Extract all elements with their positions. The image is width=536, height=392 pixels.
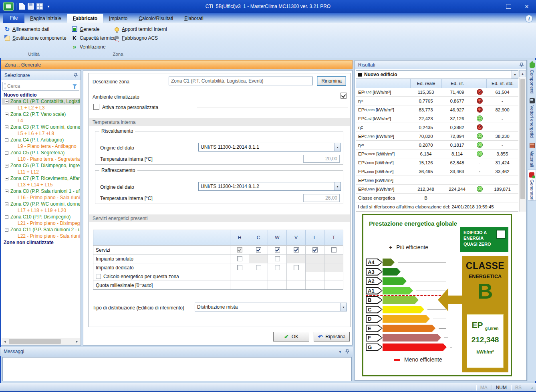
results-vertical-scrollbar[interactable] [519,78,526,212]
help-info-icon[interactable]: i [525,15,533,22]
descrizione-input[interactable]: Zona C1 (P.T. Contabilità, Logistica, Ev… [169,77,313,85]
tree-item[interactable]: L4 [2,117,80,124]
tree-item[interactable]: L13 + L14 + L15 [2,182,80,188]
temperatura-input[interactable]: 20,00 [303,155,340,163]
tree-item[interactable]: L11 + L12 [2,169,80,175]
tree-expander-icon[interactable] [5,100,8,103]
ambiente-checkbox[interactable] [341,93,347,99]
ribbon-item-apporti-termici[interactable]: Apporti termici interni [113,25,167,33]
tab-generatori[interactable]: Generatori [528,170,536,201]
tree-expander-icon[interactable] [5,177,8,180]
scroll-thumb[interactable] [520,79,525,199]
ok-button[interactable]: OK [273,332,309,341]
search-input[interactable] [7,83,72,89]
service-checkbox[interactable] [275,256,280,261]
tab-elaborati[interactable]: Elaborati [179,14,209,23]
tree-expander-icon[interactable] [5,164,8,168]
chevron-down-icon[interactable] [334,143,341,151]
tab-pagina-iniziale[interactable]: Pagina iniziale [24,14,66,23]
tab-componenti[interactable]: Componenti [528,60,536,93]
scroll-thumb[interactable] [9,339,61,344]
tree-expander-icon[interactable] [5,138,8,142]
ribbon-item-allineamento-dati[interactable]: Allineamento dati [4,25,49,33]
ribbon-item-fabbisogno-acs[interactable]: Fabbisogno ACS [113,34,158,42]
service-checkbox[interactable] [256,247,261,253]
tab-impianto[interactable]: Impianto [103,14,133,23]
tree-item[interactable]: L16 - Primo piano - Sala riunio [2,194,80,201]
rinomina-button[interactable]: Rinomina [317,76,346,86]
service-checkbox[interactable] [256,265,261,270]
minimize-button[interactable] [481,0,499,13]
tree-item[interactable]: Zona C1 (P.T. Contabilità, Logistica, Ev… [2,98,80,105]
messages-content[interactable] [2,357,352,381]
resize-grip[interactable] [530,386,534,390]
tree-expander-icon[interactable] [5,125,8,129]
scroll-up-icon[interactable]: ▲ [519,70,526,77]
chevron-down-icon[interactable] [339,349,342,354]
origine-dato-select[interactable]: UNI/TS 11300-1:2014 8.1.1 [198,143,341,152]
tree-expander-icon[interactable] [5,228,8,232]
pin-icon[interactable] [345,349,350,354]
service-checkbox[interactable] [237,256,242,261]
table-icon[interactable] [36,3,43,10]
tree-item[interactable]: Zona C9 (P.P. WC uomini, donne, [2,201,80,207]
tree-item[interactable]: L22 - Primo piano - Sala riunio [2,233,80,239]
tree-item[interactable]: L9 - Piano terra - Antibagno [2,143,80,150]
ribbon-item-generale[interactable]: Generale [71,25,99,33]
pin-icon[interactable] [519,63,524,67]
tab-calcolo-risultati[interactable]: Calcolo/Risultati [133,14,179,23]
filter-icon[interactable] [72,84,77,89]
service-checkbox[interactable] [331,247,337,253]
chevron-down-icon[interactable] [340,303,347,311]
tab-materiali[interactable]: Materiali [528,141,536,167]
service-checkbox[interactable] [237,247,242,253]
tree-item[interactable]: Zona C4 (P.T. Antibagno) [2,137,80,143]
service-checkbox[interactable] [312,247,318,253]
chevron-down-icon[interactable] [512,71,518,79]
tree-item[interactable]: Zona C8 (P.P. Sala riunioni 1 - uffi [2,188,80,194]
ribbon-item-sostituzione-componente[interactable]: Sostituzione componente [4,34,66,42]
distribuzione-select[interactable]: Distribuzione mista [195,303,347,311]
tree-item[interactable]: Nuovo edificio [2,92,80,98]
chevron-down-icon[interactable] [334,182,341,190]
maximize-button[interactable] [499,0,518,13]
pin-icon[interactable] [73,73,78,78]
tree-item[interactable]: Zona C5 (P.T. Segreteria) [2,150,80,156]
tree-item[interactable]: Zona C11 (P.P. Sala riunioni 2 - uf [2,226,80,233]
scroll-left-icon[interactable]: ◄ [2,338,8,345]
tree-expander-icon[interactable] [5,113,8,116]
origine-dato-select[interactable]: UNI/TS 11300-1:2014 8.1.2 [198,182,341,191]
tree-item[interactable]: L1 + L2 + L3 [2,105,80,111]
tree-item[interactable]: L10 - Piano terra - Segreteria [2,156,80,162]
tree-item[interactable]: Zona C10 (P.P. Disimpegno) [2,214,80,220]
save-icon[interactable] [28,3,34,10]
temperatura-input[interactable]: 26,00 [303,194,340,202]
ribbon-item-ventilazione[interactable]: Ventilazione [71,43,106,51]
tree-item[interactable]: L21 - Primo piano - Disimpegno [2,220,80,226]
attiva-zona-checkbox[interactable] [93,104,99,110]
tree-item[interactable]: Zona C7 (P.T. Ricevimento, Affari g [2,175,80,182]
service-checkbox[interactable] [294,247,299,253]
service-checkbox[interactable] [275,247,280,253]
customize-toolbar-dropdown-icon[interactable] [45,3,52,10]
tree-item[interactable]: Zona C3 (P.T. WC uomini, donne, [2,124,80,130]
tree-horizontal-scrollbar[interactable]: ◄ ► [2,338,80,345]
tab-file[interactable]: File [3,13,24,23]
building-selector[interactable]: Nuovo edificio [356,70,518,79]
tree-expander-icon[interactable] [5,215,8,219]
scroll-right-icon[interactable]: ► [74,338,80,345]
close-button[interactable] [518,0,536,13]
service-checkbox[interactable] [294,265,299,270]
ribbon-item-capacita-termica[interactable]: Capacità termica [71,34,116,42]
tab-vettori-energetici[interactable]: Vettori energetici [528,96,536,138]
ripristina-button[interactable]: Ripristina [314,332,350,341]
tab-fabbricato[interactable]: Fabbricato [67,14,103,23]
tree-item[interactable]: Zona C2 (P.T. Vano scale) [2,111,80,117]
tree-item[interactable]: Zona C6 (P.T. Disimpegno, Ingresso [2,162,80,169]
app-icon[interactable] [3,2,14,11]
tree-item[interactable]: L17 + L18 + L19 + L20 [2,207,80,214]
tree-expander-icon[interactable] [5,190,8,193]
tree-item[interactable]: L5 + L6 + L7 +L8 [2,130,80,137]
tree-item[interactable]: Zone non climatizzate [2,239,80,246]
new-file-icon[interactable] [19,3,25,10]
